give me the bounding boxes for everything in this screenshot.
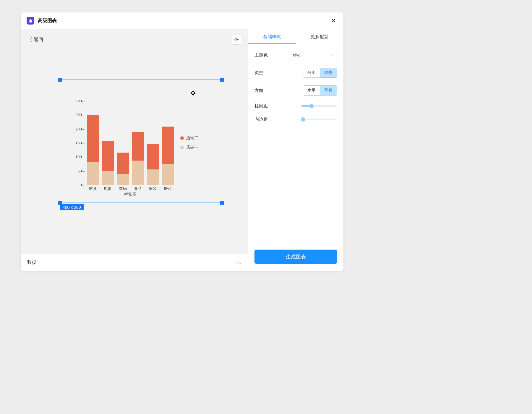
crosshair-icon [233,37,239,42]
resize-handle-tr[interactable] [220,78,224,82]
tab-more-config[interactable]: 更多配置 [296,29,344,44]
chart-selection-frame[interactable]: 400 x 300 ✥ 050100150200250300 家具电器数码食品服… [60,80,222,203]
y-tick: 250 [72,113,85,117]
chevron-left-icon: 〈 [27,37,33,42]
resize-handle-br[interactable] [220,201,224,205]
close-icon: ✕ [331,17,336,24]
direction-segmented: 水平 垂直 [303,85,337,96]
legend-swatch-icon [180,136,184,140]
bar-group: 家具 [87,101,99,185]
bar-segment-store1 [117,174,129,185]
move-cursor-icon: ✥ [190,90,196,97]
bar-segment-store1 [132,161,144,185]
bar-segment-store2 [162,127,174,164]
back-label: 返回 [34,37,43,43]
chevron-down-icon: ⌄ [331,53,334,57]
type-segmented: 分组 堆叠 [303,68,337,78]
config-form: 主题色 nivo ⌄ 类型 分组 堆叠 方向 水平 [248,44,343,244]
y-tick: 300 [72,99,85,103]
x-tick: 数码 [117,186,129,191]
config-tabs: 基础样式 更多配置 [248,29,343,44]
chevron-up-icon: ︿ [236,259,241,266]
y-tick: 50 [72,169,85,173]
direction-option-horizontal[interactable]: 水平 [303,86,320,95]
row-bar-gap: 柱间距 [254,103,337,109]
resize-handle-tl[interactable] [58,78,62,82]
inner-padding-slider[interactable] [301,119,337,120]
bar-group: 电器 [102,101,114,185]
label-theme: 主题色 [254,52,268,58]
recenter-button[interactable] [231,35,241,45]
type-option-group[interactable]: 分组 [303,68,320,77]
title-group: 高级图表 [27,17,57,25]
legend-label: 店铺一 [186,145,199,150]
row-inner-padding: 内边距 [254,117,337,122]
back-button[interactable]: 〈 返回 [27,37,43,43]
canvas-area: 〈 返回 [21,29,248,271]
legend-item: 店铺一 [180,145,210,150]
config-footer: 生成图表 [248,244,343,271]
label-bar-gap: 柱间距 [254,103,268,109]
modal-title: 高级图表 [38,18,57,24]
bar-segment-store2 [102,141,114,171]
y-tick: 200 [72,127,85,131]
config-panel: 基础样式 更多配置 主题色 nivo ⌄ 类型 分组 堆叠 [248,29,343,271]
label-type: 类型 [254,70,263,76]
row-type: 类型 分组 堆叠 [254,68,337,78]
bar-group: 医药 [162,101,174,185]
svg-rect-1 [30,19,31,22]
modal-header: 高级图表 ✕ [21,12,343,29]
type-option-stack[interactable]: 堆叠 [320,68,337,77]
x-tick: 医药 [162,186,174,191]
tab-basic-style[interactable]: 基础样式 [248,29,296,44]
bar-segment-store1 [147,169,159,185]
data-drawer-label: 数据 [27,259,37,266]
generate-chart-button[interactable]: 生成图表 [254,250,337,264]
legend-swatch-icon [180,146,184,149]
bar-segment-store1 [87,162,99,185]
row-theme: 主题色 nivo ⌄ [254,50,337,60]
label-direction: 方向 [254,88,263,93]
bar-segment-store2 [87,115,99,162]
theme-select[interactable]: nivo ⌄ [290,50,337,60]
bar-group: 服装 [147,101,159,185]
svg-point-4 [236,39,237,40]
bar-segment-store1 [102,171,114,185]
y-tick: 0 [72,183,85,187]
canvas-stage[interactable]: 400 x 300 ✥ 050100150200250300 家具电器数码食品服… [21,48,248,254]
close-button[interactable]: ✕ [329,17,338,25]
size-tag: 400 x 300 [60,204,84,210]
bar-chart: 050100150200250300 家具电器数码食品服装医药 柱状图 店铺二店… [72,101,210,197]
plot-area: 050100150200250300 家具电器数码食品服装医药 柱状图 [72,101,175,197]
bar-gap-slider[interactable] [301,105,337,107]
bar-chart-icon [27,17,34,25]
x-tick: 电器 [102,186,114,191]
legend-label: 店铺二 [186,135,199,141]
legend-item: 店铺二 [180,135,210,141]
bar-group: 食品 [132,101,144,185]
slider-thumb[interactable] [309,104,314,108]
x-tick: 家具 [87,186,99,191]
bar-segment-store2 [132,132,144,161]
modal-body: 〈 返回 [21,29,343,271]
bar-segment-store2 [147,144,159,169]
bar-group: 数码 [117,101,129,185]
x-axis-title: 柱状图 [86,192,175,197]
y-tick: 150 [72,141,85,145]
svg-rect-2 [31,20,32,23]
bar-segment-store2 [117,153,129,174]
chart-legend: 店铺二店铺一 [180,101,210,197]
bar-segment-store1 [162,164,174,185]
slider-thumb[interactable] [301,117,305,122]
theme-select-value: nivo [293,53,301,57]
chart-editor-modal: 高级图表 ✕ 〈 返回 [21,12,343,271]
label-inner-padding: 内边距 [254,117,268,122]
data-drawer-toggle[interactable]: 数据 ︿ [21,254,248,271]
svg-rect-0 [29,20,30,22]
direction-option-vertical[interactable]: 垂直 [320,86,337,95]
row-direction: 方向 水平 垂直 [254,85,337,96]
x-tick: 食品 [132,186,144,191]
canvas-toolbar: 〈 返回 [21,29,248,48]
y-tick: 100 [72,155,85,159]
x-tick: 服装 [147,186,159,191]
